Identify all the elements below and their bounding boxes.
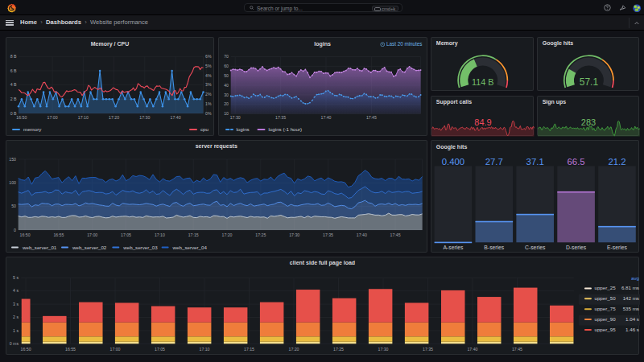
svg-text:100: 100 <box>9 180 16 185</box>
svg-text:283: 283 <box>581 118 596 128</box>
svg-text:17:00: 17:00 <box>110 346 121 351</box>
svg-text:upper_90: upper_90 <box>594 316 616 322</box>
svg-text:0%: 0% <box>205 111 212 116</box>
svg-text:6%: 6% <box>205 54 212 59</box>
svg-text:C-series: C-series <box>525 244 546 249</box>
svg-text:16:50: 16:50 <box>16 115 27 120</box>
svg-text:40: 40 <box>224 83 229 88</box>
svg-text:6 B: 6 B <box>10 68 17 73</box>
svg-text:memory: memory <box>23 126 42 132</box>
svg-text:50: 50 <box>11 204 16 208</box>
svg-text:70: 70 <box>224 54 229 59</box>
svg-text:web_server_04: web_server_04 <box>172 244 208 249</box>
svg-text:17:15: 17:15 <box>188 232 199 237</box>
svg-text:17:00: 17:00 <box>47 115 58 120</box>
svg-text:17:10: 17:10 <box>155 232 165 237</box>
svg-text:0: 0 <box>14 227 16 232</box>
svg-text:16:55: 16:55 <box>53 232 64 237</box>
svg-text:27.7: 27.7 <box>485 157 503 167</box>
svg-text:17:35: 17:35 <box>423 346 433 351</box>
svg-text:142 ms: 142 ms <box>623 295 639 301</box>
svg-text:17:05: 17:05 <box>121 232 131 237</box>
svg-text:upper_75: upper_75 <box>594 306 616 311</box>
svg-text:4%: 4% <box>205 73 212 78</box>
svg-text:66.5: 66.5 <box>568 157 585 167</box>
svg-text:17:05: 17:05 <box>155 346 165 351</box>
svg-text:B-series: B-series <box>485 244 505 249</box>
svg-text:17:20: 17:20 <box>109 115 119 120</box>
svg-text:A-series: A-series <box>444 244 464 249</box>
svg-text:21.2: 21.2 <box>609 157 626 167</box>
svg-text:20: 20 <box>224 101 229 106</box>
svg-text:17:40: 17:40 <box>171 115 181 120</box>
svg-text:1%: 1% <box>205 101 212 106</box>
svg-text:web_server_02: web_server_02 <box>72 244 107 249</box>
svg-text:0.400: 0.400 <box>442 157 464 167</box>
svg-text:1.46 s: 1.46 s <box>625 326 639 331</box>
svg-text:17:40: 17:40 <box>467 346 477 351</box>
svg-text:17:30: 17:30 <box>139 115 150 120</box>
svg-text:60: 60 <box>224 64 229 68</box>
svg-text:2 s: 2 s <box>13 315 19 319</box>
svg-text:3 s: 3 s <box>13 301 19 306</box>
svg-text:upper_50: upper_50 <box>594 295 616 301</box>
svg-text:2 B: 2 B <box>10 97 17 101</box>
svg-text:web_server_01: web_server_01 <box>22 244 57 249</box>
svg-text:17:20: 17:20 <box>222 232 233 237</box>
svg-text:10: 10 <box>224 111 229 116</box>
svg-text:upper_95: upper_95 <box>594 326 616 331</box>
svg-text:4 s: 4 s <box>13 288 19 293</box>
svg-text:84.9: 84.9 <box>475 118 492 128</box>
svg-text:1.04 s: 1.04 s <box>625 316 639 322</box>
svg-text:17:10: 17:10 <box>200 346 210 351</box>
svg-text:6.81 ms: 6.81 ms <box>621 285 639 290</box>
svg-text:D-series: D-series <box>566 244 587 249</box>
svg-text:0 ms: 0 ms <box>10 340 19 345</box>
svg-text:150: 150 <box>9 156 16 161</box>
svg-text:17:15: 17:15 <box>244 346 254 351</box>
svg-text:16:55: 16:55 <box>65 346 76 351</box>
svg-text:17:30: 17:30 <box>229 115 240 120</box>
svg-text:17:40: 17:40 <box>357 232 367 237</box>
svg-text:114 B: 114 B <box>472 77 493 87</box>
svg-text:1 s: 1 s <box>13 327 19 332</box>
svg-text:57.1: 57.1 <box>580 76 599 88</box>
svg-text:4 B: 4 B <box>10 82 17 87</box>
svg-text:30: 30 <box>224 93 229 97</box>
svg-text:E-series: E-series <box>607 244 627 249</box>
svg-text:17:25: 17:25 <box>255 232 266 237</box>
svg-text:37.1: 37.1 <box>526 157 544 167</box>
svg-text:17:10: 17:10 <box>78 115 89 120</box>
svg-text:8 B: 8 B <box>10 54 17 59</box>
svg-text:upper_25: upper_25 <box>594 285 616 290</box>
svg-text:2%: 2% <box>205 92 212 97</box>
svg-text:logins (-1 hour): logins (-1 hour) <box>268 126 302 132</box>
svg-text:16:50: 16:50 <box>20 232 31 237</box>
svg-text:17:45: 17:45 <box>512 346 522 351</box>
svg-text:17:00: 17:00 <box>87 232 97 237</box>
svg-text:5%: 5% <box>205 64 212 68</box>
svg-text:50: 50 <box>224 73 229 78</box>
svg-text:17:45: 17:45 <box>390 232 401 237</box>
svg-text:avg: avg <box>631 274 640 280</box>
svg-text:cpu: cpu <box>200 126 209 132</box>
svg-text:logins: logins <box>236 126 249 132</box>
svg-text:535 ms: 535 ms <box>623 306 639 311</box>
svg-text:web_server_03: web_server_03 <box>122 244 158 249</box>
svg-text:17:20: 17:20 <box>289 346 299 351</box>
svg-text:3%: 3% <box>205 82 212 87</box>
svg-text:5 s: 5 s <box>13 274 19 279</box>
svg-text:17:30: 17:30 <box>378 346 389 351</box>
svg-text:17:40: 17:40 <box>320 115 331 120</box>
svg-text:17:45: 17:45 <box>365 115 376 120</box>
svg-text:17:30: 17:30 <box>289 232 299 237</box>
svg-text:17:35: 17:35 <box>275 115 286 120</box>
svg-text:16:50: 16:50 <box>21 346 31 351</box>
svg-text:17:35: 17:35 <box>323 232 333 237</box>
svg-text:17:25: 17:25 <box>333 346 344 351</box>
